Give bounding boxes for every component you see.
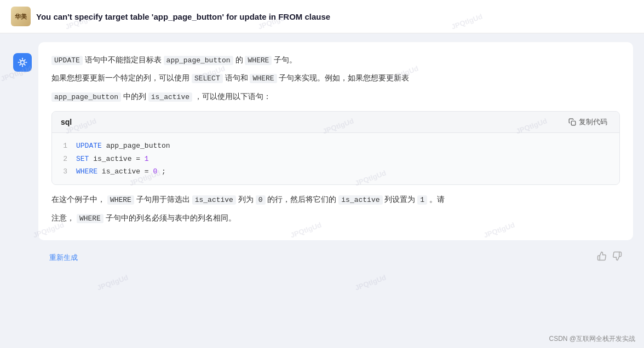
copy-code-button[interactable]: 复制代码 — [565, 116, 611, 128]
thumbs-up-icon[interactable] — [597, 251, 607, 264]
regenerate-button[interactable]: 重新生成 — [49, 253, 78, 263]
code-where-2: WHERE — [250, 74, 277, 83]
code-table-name: app_page_button — [164, 56, 233, 65]
feedback-icons — [597, 251, 622, 264]
code-is-active-3: is_active — [338, 195, 382, 205]
code-table-2: app_page_button — [51, 92, 121, 102]
line-num-3: 3 — [61, 165, 67, 178]
paragraph-4: 在这个例子中， WHERE 子句用于筛选出 is_active 列为 0 的行，… — [51, 193, 620, 206]
line-content-2: SET is_active = 1 — [76, 153, 149, 165]
page-header: 华美 You can't specify target table 'app_p… — [0, 0, 644, 33]
line-content-1: UPDATE app_page_button — [76, 140, 170, 152]
code-language-label: sql — [61, 118, 72, 126]
code-is-active-1: is_active — [148, 92, 192, 102]
chat-bubble-wrapper: UPDATE 语句中不能指定目标表 app_page_button 的 WHER… — [38, 42, 633, 240]
paragraph-3: app_page_button 中的列 is_active ，可以使用以下语句： — [51, 90, 620, 103]
code-is-active-2: is_active — [192, 195, 236, 205]
ai-avatar-icon — [13, 53, 32, 72]
footer-area: 重新生成 — [11, 247, 633, 268]
code-body: 1 UPDATE app_page_button 2 SET is_active… — [52, 133, 619, 184]
code-block-header: sql 复制代码 — [52, 112, 619, 133]
code-where-1: WHERE — [245, 56, 272, 65]
paragraph-5: 注意， WHERE 子句中的列名必须与表中的列名相同。 — [51, 211, 620, 225]
chat-bubble: UPDATE 语句中不能指定目标表 app_page_button 的 WHER… — [38, 42, 633, 240]
svg-rect-1 — [571, 121, 576, 125]
code-where-3: WHERE — [107, 195, 134, 205]
copy-label: 复制代码 — [579, 117, 607, 127]
copy-icon — [568, 118, 576, 126]
code-where-4: WHERE — [77, 214, 104, 223]
main-content: UPDATE 语句中不能指定目标表 app_page_button 的 WHER… — [0, 33, 644, 277]
line-content-3: WHERE is_active = 0 ; — [76, 165, 166, 178]
paragraph-2: 如果您想要更新一个特定的列，可以使用 SELECT 语句和 WHERE 子句来实… — [51, 71, 620, 85]
code-select: SELECT — [192, 74, 223, 83]
line-num-2: 2 — [61, 153, 67, 165]
svg-point-0 — [21, 61, 25, 65]
code-update: UPDATE — [51, 56, 83, 65]
paragraph-1: UPDATE 语句中不能指定目标表 app_page_button 的 WHER… — [51, 53, 620, 67]
logo-text: 华美 — [15, 13, 27, 21]
header-title: You can't specify target table 'app_page… — [36, 12, 330, 21]
bottom-label: CSDN @互联网全栈开发实战 — [549, 334, 635, 344]
code-zero: 0 — [256, 195, 266, 205]
code-line-1: 1 UPDATE app_page_button — [61, 140, 611, 152]
code-line-2: 2 SET is_active = 1 — [61, 153, 611, 165]
line-num-1: 1 — [61, 140, 67, 152]
code-line-3: 3 WHERE is_active = 0 ; — [61, 165, 611, 178]
thumbs-down-icon[interactable] — [612, 251, 622, 264]
code-one: 1 — [417, 195, 427, 205]
code-block: sql 复制代码 1 UPDATE — [51, 111, 620, 185]
header-logo: 华美 — [11, 7, 31, 26]
